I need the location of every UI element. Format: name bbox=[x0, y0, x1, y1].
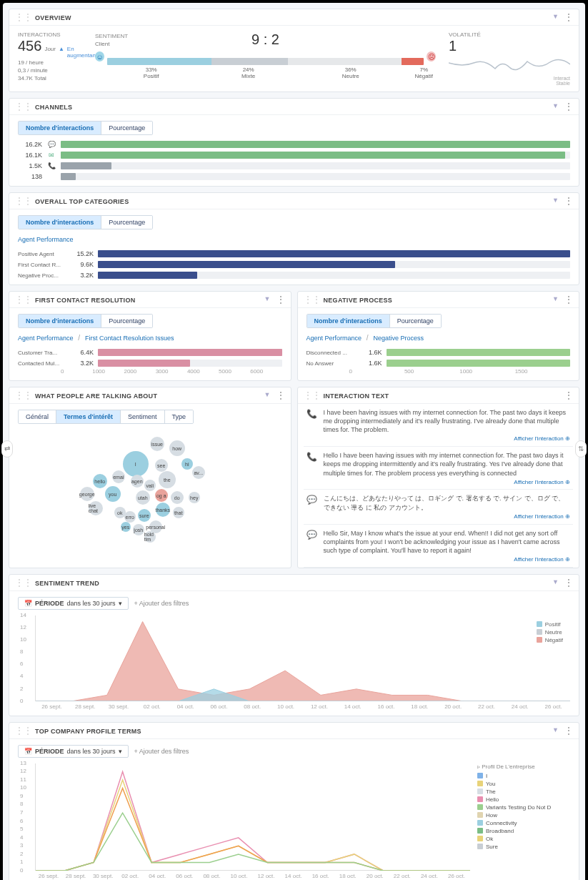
drag-icon[interactable]: ⋮⋮ bbox=[304, 390, 321, 400]
drag-icon[interactable]: ⋮⋮ bbox=[15, 390, 32, 400]
filter-icon[interactable] bbox=[552, 196, 559, 206]
legend-item[interactable]: Variants Testing Do Not D bbox=[477, 804, 570, 811]
bubble-term[interactable]: hello bbox=[93, 474, 107, 488]
bar-row[interactable]: Contacted Mul... 3.2K bbox=[18, 360, 282, 367]
show-interaction-link[interactable]: Afficher l'interaction ⊕ bbox=[324, 435, 571, 443]
bubble-term[interactable]: live chat bbox=[89, 501, 103, 515]
sentiment-trend-chart[interactable]: 02468101214 bbox=[35, 615, 570, 701]
show-interaction-link[interactable]: Afficher l'interaction ⊕ bbox=[324, 513, 571, 521]
more-icon[interactable] bbox=[276, 295, 285, 305]
bubble-term[interactable]: av... bbox=[192, 466, 205, 479]
breadcrumb[interactable]: Agent Performance bbox=[18, 335, 74, 342]
bubble-term[interactable]: how bbox=[169, 440, 185, 456]
breadcrumb[interactable]: Agent Performance bbox=[307, 335, 362, 342]
legend-item[interactable]: Broadband bbox=[477, 828, 570, 834]
interaction-item[interactable]: 📞 I have been having issues with my inte… bbox=[304, 404, 574, 447]
bubble-term[interactable]: utah bbox=[136, 490, 150, 505]
legend-item[interactable]: Sure bbox=[477, 844, 570, 850]
channel-row[interactable]: 1.5K 📞 bbox=[18, 162, 570, 169]
legend-item[interactable]: The bbox=[477, 788, 570, 795]
legend-item[interactable]: Hello bbox=[477, 796, 570, 803]
bubble-cloud[interactable]: Iissuehowtheseehiav...emaiagenvaliyouhel… bbox=[57, 430, 243, 537]
tab-count[interactable]: Nombre d'interactions bbox=[307, 315, 389, 327]
expand-left-handle[interactable]: ⇄ bbox=[1, 440, 13, 458]
breadcrumb[interactable]: Negative Process bbox=[373, 335, 424, 342]
tab-percent[interactable]: Pourcentage bbox=[101, 315, 152, 327]
tab-percent[interactable]: Pourcentage bbox=[389, 315, 441, 327]
bar-row[interactable]: Customer Tra... 6.4K bbox=[18, 349, 282, 356]
legend-item[interactable]: How bbox=[477, 812, 570, 819]
more-icon[interactable] bbox=[564, 726, 573, 736]
breadcrumb[interactable]: Agent Performance bbox=[18, 236, 74, 243]
more-icon[interactable] bbox=[564, 390, 573, 400]
drag-icon[interactable]: ⋮⋮ bbox=[15, 196, 32, 206]
more-icon[interactable] bbox=[564, 578, 573, 588]
profile-terms-chart[interactable]: 012345678910111213 bbox=[35, 763, 470, 871]
bubble-term[interactable]: that bbox=[173, 507, 184, 518]
channel-row[interactable]: 138 bbox=[18, 173, 570, 180]
drag-icon[interactable]: ⋮⋮ bbox=[15, 726, 32, 736]
bubble-term[interactable]: emai bbox=[112, 470, 125, 483]
tab-percent[interactable]: Pourcentage bbox=[101, 122, 152, 134]
filter-icon[interactable] bbox=[552, 295, 559, 305]
bubble-term[interactable]: do bbox=[171, 491, 184, 504]
more-icon[interactable] bbox=[276, 390, 285, 400]
bubble-term[interactable]: erro bbox=[124, 511, 136, 523]
legend-item[interactable]: Ok bbox=[477, 836, 570, 842]
breadcrumb[interactable]: First Contact Resolution Issues bbox=[85, 335, 174, 342]
show-interaction-link[interactable]: Afficher l'interaction ⊕ bbox=[324, 556, 571, 564]
legend-item[interactable]: Connectivity bbox=[477, 820, 570, 826]
sentiment-segment[interactable] bbox=[288, 58, 402, 65]
legend-item[interactable]: Positif bbox=[537, 621, 563, 628]
tab-termes d'intérêt[interactable]: Termes d'intérêt bbox=[56, 410, 120, 423]
drag-icon[interactable]: ⋮⋮ bbox=[15, 12, 32, 22]
bar-row[interactable]: No Answer 1.6K bbox=[307, 360, 571, 367]
more-icon[interactable] bbox=[564, 12, 573, 22]
legend-item[interactable]: You bbox=[477, 781, 570, 787]
channel-row[interactable]: 16.1K ✉ bbox=[18, 152, 570, 159]
bar-row[interactable]: Negative Proc... 3.2K bbox=[18, 272, 570, 279]
tab-général[interactable]: Général bbox=[19, 410, 56, 423]
interaction-item[interactable]: 📞 Hello I have been having issues with m… bbox=[304, 447, 574, 490]
sentiment-segment[interactable] bbox=[107, 58, 211, 65]
bubble-term[interactable]: you bbox=[105, 486, 121, 502]
filter-icon[interactable] bbox=[264, 295, 271, 305]
sentiment-segment[interactable] bbox=[211, 58, 287, 65]
drag-icon[interactable]: ⋮⋮ bbox=[15, 578, 32, 588]
period-filter[interactable]: 📅 PÉRIODE dans les 30 jours ▾ bbox=[18, 597, 129, 610]
more-icon[interactable] bbox=[564, 102, 573, 112]
tab-sentiment[interactable]: Sentiment bbox=[120, 410, 164, 423]
bar-row[interactable]: First Contact R... 9.6K bbox=[18, 261, 570, 268]
legend-title[interactable]: ▹ Profil De L'entreprise bbox=[477, 763, 570, 770]
drag-icon[interactable]: ⋮⋮ bbox=[304, 295, 321, 305]
add-filter-button[interactable]: + Ajouter des filtres bbox=[134, 748, 189, 755]
bubble-term[interactable]: yes bbox=[121, 522, 131, 532]
tab-type[interactable]: Type bbox=[164, 410, 194, 423]
filter-icon[interactable] bbox=[552, 726, 559, 736]
bubble-term[interactable]: I bbox=[123, 451, 149, 477]
drag-icon[interactable]: ⋮⋮ bbox=[15, 295, 32, 305]
more-icon[interactable] bbox=[564, 196, 573, 206]
filter-icon[interactable] bbox=[552, 102, 559, 112]
legend-item[interactable]: Neutre bbox=[537, 629, 563, 636]
bubble-term[interactable]: og a bbox=[155, 489, 168, 502]
bubble-term[interactable]: the bbox=[159, 471, 176, 488]
bubble-term[interactable]: issue bbox=[150, 437, 164, 451]
filter-icon[interactable] bbox=[264, 390, 271, 400]
bubble-term[interactable]: thanks bbox=[156, 503, 170, 517]
channel-row[interactable]: 16.2K 💬 bbox=[18, 141, 570, 148]
bubble-term[interactable]: george bbox=[80, 487, 94, 501]
filter-icon[interactable] bbox=[552, 578, 559, 588]
interaction-item[interactable]: 💬 Hello Sir, May I know what's the issue… bbox=[304, 525, 574, 568]
tab-percent[interactable]: Pourcentage bbox=[101, 216, 152, 229]
interaction-item[interactable]: 💬 こんにちは、どあなたりやって は、ロギング で. 署名する で. サイン で… bbox=[304, 490, 574, 524]
tab-count[interactable]: Nombre d'interactions bbox=[19, 315, 101, 327]
bubble-term[interactable]: agen bbox=[131, 475, 144, 488]
bubble-term[interactable]: hi bbox=[181, 458, 193, 470]
tab-count[interactable]: Nombre d'interactions bbox=[19, 216, 101, 229]
bar-row[interactable]: Positive Agent 15.2K bbox=[18, 250, 570, 257]
legend-item[interactable]: Négatif bbox=[537, 637, 563, 643]
show-interaction-link[interactable]: Afficher l'interaction ⊕ bbox=[324, 479, 571, 487]
bubble-term[interactable]: hold tim bbox=[144, 531, 156, 543]
drag-icon[interactable]: ⋮⋮ bbox=[15, 102, 32, 112]
